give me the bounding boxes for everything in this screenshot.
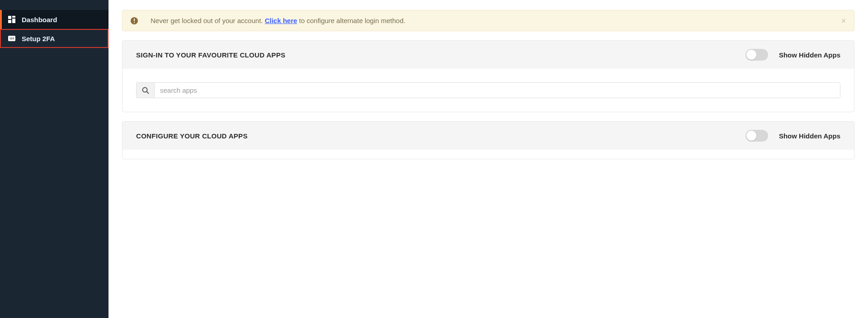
- configure-panel-body: [123, 150, 854, 159]
- sidebar: Dashboard 123 Setup 2FA: [0, 0, 108, 318]
- show-hidden-apps-toggle[interactable]: [745, 49, 768, 61]
- signin-panel-title: SIGN-IN TO YOUR FAVOURITE CLOUD APPS: [136, 51, 285, 59]
- main-content: Never get locked out of your account. Cl…: [108, 0, 868, 318]
- lockout-warning-alert: Never get locked out of your account. Cl…: [122, 10, 854, 31]
- svg-rect-0: [8, 16, 11, 19]
- warning-icon: [131, 17, 138, 24]
- alert-text-before: Never get locked out of your account.: [151, 17, 265, 24]
- signin-panel-header: SIGN-IN TO YOUR FAVOURITE CLOUD APPS Sho…: [123, 41, 854, 69]
- svg-rect-1: [12, 16, 15, 18]
- svg-rect-6: [134, 22, 135, 23]
- configure-apps-panel: CONFIGURE YOUR CLOUD APPS Show Hidden Ap…: [122, 121, 854, 159]
- configure-show-hidden-label: Show Hidden Apps: [779, 132, 840, 140]
- configure-login-link[interactable]: Click here: [265, 17, 297, 24]
- search-apps-input[interactable]: [154, 82, 840, 98]
- search-apps-wrap: [136, 82, 840, 98]
- svg-rect-3: [12, 19, 15, 23]
- svg-point-7: [142, 87, 147, 92]
- configure-panel-header: CONFIGURE YOUR CLOUD APPS Show Hidden Ap…: [123, 122, 854, 150]
- signin-panel-body: [123, 69, 854, 112]
- configure-panel-title: CONFIGURE YOUR CLOUD APPS: [136, 132, 248, 140]
- alert-text: Never get locked out of your account. Cl…: [151, 17, 406, 24]
- sidebar-item-setup-2fa[interactable]: 123 Setup 2FA: [0, 29, 108, 48]
- alert-text-after: to configure alternate login method.: [299, 17, 406, 24]
- show-hidden-apps-label: Show Hidden Apps: [779, 51, 840, 59]
- close-icon[interactable]: ×: [840, 17, 848, 25]
- toggle-knob: [746, 131, 756, 141]
- sidebar-top-space: [0, 0, 108, 10]
- toggle-knob: [746, 50, 756, 60]
- dashboard-icon: [8, 16, 15, 23]
- sidebar-item-label: Dashboard: [22, 16, 57, 24]
- two-factor-icon: 123: [8, 35, 15, 42]
- svg-rect-5: [134, 19, 135, 21]
- configure-panel-controls: Show Hidden Apps: [745, 130, 840, 142]
- signin-panel-controls: Show Hidden Apps: [745, 49, 840, 61]
- search-icon: [136, 82, 154, 98]
- sidebar-item-dashboard[interactable]: Dashboard: [0, 10, 108, 29]
- svg-rect-2: [8, 20, 11, 23]
- configure-show-hidden-toggle[interactable]: [745, 130, 768, 142]
- signin-apps-panel: SIGN-IN TO YOUR FAVOURITE CLOUD APPS Sho…: [122, 40, 854, 112]
- sidebar-item-label: Setup 2FA: [22, 35, 55, 43]
- svg-line-8: [146, 91, 149, 94]
